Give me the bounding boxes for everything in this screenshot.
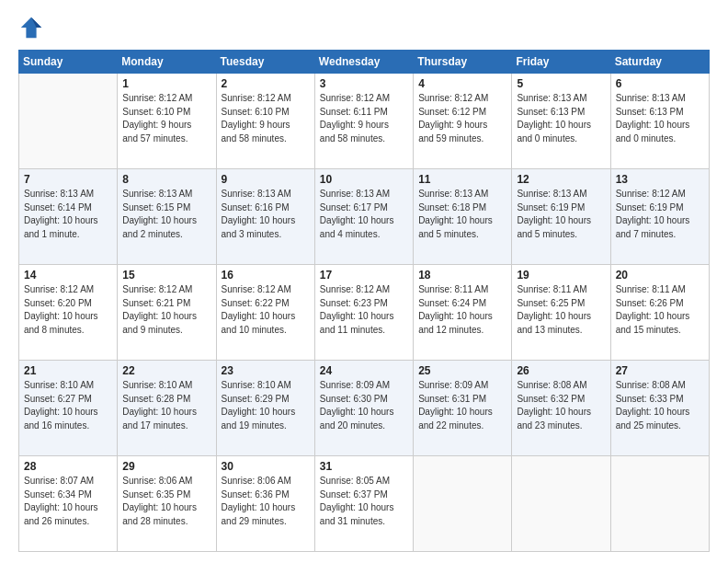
day-info: Sunrise: 8:12 AM Sunset: 6:12 PM Dayligh… xyxy=(418,92,506,145)
day-cell: 1Sunrise: 8:12 AM Sunset: 6:10 PM Daylig… xyxy=(118,74,216,169)
day-info: Sunrise: 8:12 AM Sunset: 6:19 PM Dayligh… xyxy=(616,188,704,241)
day-number: 23 xyxy=(222,364,310,377)
weekday-header-thursday: Thursday xyxy=(414,51,512,74)
day-info: Sunrise: 8:12 AM Sunset: 6:10 PM Dayligh… xyxy=(122,92,210,145)
day-cell xyxy=(610,456,709,552)
day-number: 1 xyxy=(122,77,210,90)
day-info: Sunrise: 8:06 AM Sunset: 6:35 PM Dayligh… xyxy=(122,475,210,528)
day-info: Sunrise: 8:13 AM Sunset: 6:13 PM Dayligh… xyxy=(517,92,605,145)
day-cell: 23Sunrise: 8:10 AM Sunset: 6:29 PM Dayli… xyxy=(216,361,314,456)
day-cell: 12Sunrise: 8:13 AM Sunset: 6:19 PM Dayli… xyxy=(512,169,610,265)
day-info: Sunrise: 8:13 AM Sunset: 6:18 PM Dayligh… xyxy=(418,188,506,241)
day-number: 5 xyxy=(517,77,605,90)
day-cell: 21Sunrise: 8:10 AM Sunset: 6:27 PM Dayli… xyxy=(19,361,118,456)
day-number: 20 xyxy=(616,269,704,282)
day-info: Sunrise: 8:09 AM Sunset: 6:30 PM Dayligh… xyxy=(320,379,408,432)
day-number: 26 xyxy=(517,364,605,377)
day-number: 27 xyxy=(616,364,704,377)
week-row-4: 21Sunrise: 8:10 AM Sunset: 6:27 PM Dayli… xyxy=(19,361,710,456)
day-number: 29 xyxy=(122,460,210,473)
day-cell: 19Sunrise: 8:11 AM Sunset: 6:25 PM Dayli… xyxy=(512,265,610,361)
day-number: 31 xyxy=(320,460,408,473)
day-info: Sunrise: 8:07 AM Sunset: 6:34 PM Dayligh… xyxy=(24,475,112,528)
weekday-header-monday: Monday xyxy=(118,51,216,74)
day-cell: 18Sunrise: 8:11 AM Sunset: 6:24 PM Dayli… xyxy=(414,265,512,361)
week-row-1: 1Sunrise: 8:12 AM Sunset: 6:10 PM Daylig… xyxy=(19,74,710,169)
week-row-5: 28Sunrise: 8:07 AM Sunset: 6:34 PM Dayli… xyxy=(19,456,710,552)
day-number: 21 xyxy=(24,364,112,377)
day-cell xyxy=(19,74,118,169)
day-number: 10 xyxy=(320,173,408,186)
day-cell: 5Sunrise: 8:13 AM Sunset: 6:13 PM Daylig… xyxy=(512,74,610,169)
day-cell: 8Sunrise: 8:13 AM Sunset: 6:15 PM Daylig… xyxy=(118,169,216,265)
day-info: Sunrise: 8:09 AM Sunset: 6:31 PM Dayligh… xyxy=(418,379,506,432)
week-row-3: 14Sunrise: 8:12 AM Sunset: 6:20 PM Dayli… xyxy=(19,265,710,361)
day-number: 2 xyxy=(222,77,310,90)
day-cell: 3Sunrise: 8:12 AM Sunset: 6:11 PM Daylig… xyxy=(314,74,413,169)
day-number: 25 xyxy=(418,364,506,377)
day-number: 18 xyxy=(418,269,506,282)
calendar-page: SundayMondayTuesdayWednesdayThursdayFrid… xyxy=(0,0,728,563)
header xyxy=(18,15,710,40)
day-cell: 6Sunrise: 8:13 AM Sunset: 6:13 PM Daylig… xyxy=(610,74,709,169)
day-info: Sunrise: 8:13 AM Sunset: 6:15 PM Dayligh… xyxy=(122,188,210,241)
day-info: Sunrise: 8:11 AM Sunset: 6:26 PM Dayligh… xyxy=(616,283,704,337)
day-number: 17 xyxy=(320,269,408,282)
day-info: Sunrise: 8:10 AM Sunset: 6:29 PM Dayligh… xyxy=(222,379,310,432)
day-number: 7 xyxy=(24,173,112,186)
day-number: 9 xyxy=(222,173,310,186)
day-cell: 27Sunrise: 8:08 AM Sunset: 6:33 PM Dayli… xyxy=(610,361,709,456)
logo-icon xyxy=(18,15,44,40)
day-info: Sunrise: 8:12 AM Sunset: 6:21 PM Dayligh… xyxy=(122,283,210,337)
weekday-header-sunday: Sunday xyxy=(19,51,118,74)
day-number: 30 xyxy=(222,460,310,473)
day-info: Sunrise: 8:13 AM Sunset: 6:16 PM Dayligh… xyxy=(222,188,310,241)
day-info: Sunrise: 8:13 AM Sunset: 6:19 PM Dayligh… xyxy=(517,188,605,241)
weekday-header-row: SundayMondayTuesdayWednesdayThursdayFrid… xyxy=(19,51,710,74)
day-cell xyxy=(414,456,512,552)
day-cell: 11Sunrise: 8:13 AM Sunset: 6:18 PM Dayli… xyxy=(414,169,512,265)
day-info: Sunrise: 8:11 AM Sunset: 6:24 PM Dayligh… xyxy=(418,283,506,337)
day-info: Sunrise: 8:08 AM Sunset: 6:33 PM Dayligh… xyxy=(616,379,704,432)
day-info: Sunrise: 8:12 AM Sunset: 6:23 PM Dayligh… xyxy=(320,283,408,337)
logo xyxy=(18,15,48,40)
day-number: 14 xyxy=(24,269,112,282)
day-number: 4 xyxy=(418,77,506,90)
day-cell: 25Sunrise: 8:09 AM Sunset: 6:31 PM Dayli… xyxy=(414,361,512,456)
weekday-header-wednesday: Wednesday xyxy=(314,51,413,74)
day-cell: 7Sunrise: 8:13 AM Sunset: 6:14 PM Daylig… xyxy=(19,169,118,265)
day-cell: 15Sunrise: 8:12 AM Sunset: 6:21 PM Dayli… xyxy=(118,265,216,361)
weekday-header-friday: Friday xyxy=(512,51,610,74)
day-info: Sunrise: 8:08 AM Sunset: 6:32 PM Dayligh… xyxy=(517,379,605,432)
weekday-header-saturday: Saturday xyxy=(610,51,709,74)
day-cell: 28Sunrise: 8:07 AM Sunset: 6:34 PM Dayli… xyxy=(19,456,118,552)
day-cell: 16Sunrise: 8:12 AM Sunset: 6:22 PM Dayli… xyxy=(216,265,314,361)
day-number: 12 xyxy=(517,173,605,186)
day-info: Sunrise: 8:13 AM Sunset: 6:17 PM Dayligh… xyxy=(320,188,408,241)
day-info: Sunrise: 8:05 AM Sunset: 6:37 PM Dayligh… xyxy=(320,475,408,528)
day-cell: 31Sunrise: 8:05 AM Sunset: 6:37 PM Dayli… xyxy=(314,456,413,552)
day-cell: 4Sunrise: 8:12 AM Sunset: 6:12 PM Daylig… xyxy=(414,74,512,169)
day-number: 19 xyxy=(517,269,605,282)
day-info: Sunrise: 8:12 AM Sunset: 6:10 PM Dayligh… xyxy=(222,92,310,145)
day-info: Sunrise: 8:06 AM Sunset: 6:36 PM Dayligh… xyxy=(222,475,310,528)
day-info: Sunrise: 8:13 AM Sunset: 6:13 PM Dayligh… xyxy=(616,92,704,145)
day-cell xyxy=(512,456,610,552)
day-cell: 13Sunrise: 8:12 AM Sunset: 6:19 PM Dayli… xyxy=(610,169,709,265)
day-info: Sunrise: 8:10 AM Sunset: 6:28 PM Dayligh… xyxy=(122,379,210,432)
day-info: Sunrise: 8:10 AM Sunset: 6:27 PM Dayligh… xyxy=(24,379,112,432)
day-cell: 9Sunrise: 8:13 AM Sunset: 6:16 PM Daylig… xyxy=(216,169,314,265)
day-cell: 20Sunrise: 8:11 AM Sunset: 6:26 PM Dayli… xyxy=(610,265,709,361)
day-number: 22 xyxy=(122,364,210,377)
day-cell: 10Sunrise: 8:13 AM Sunset: 6:17 PM Dayli… xyxy=(314,169,413,265)
day-info: Sunrise: 8:11 AM Sunset: 6:25 PM Dayligh… xyxy=(517,283,605,337)
day-number: 11 xyxy=(418,173,506,186)
day-info: Sunrise: 8:12 AM Sunset: 6:22 PM Dayligh… xyxy=(222,283,310,337)
day-number: 15 xyxy=(122,269,210,282)
day-cell: 26Sunrise: 8:08 AM Sunset: 6:32 PM Dayli… xyxy=(512,361,610,456)
day-cell: 30Sunrise: 8:06 AM Sunset: 6:36 PM Dayli… xyxy=(216,456,314,552)
week-row-2: 7Sunrise: 8:13 AM Sunset: 6:14 PM Daylig… xyxy=(19,169,710,265)
day-cell: 2Sunrise: 8:12 AM Sunset: 6:10 PM Daylig… xyxy=(216,74,314,169)
day-number: 8 xyxy=(122,173,210,186)
day-number: 24 xyxy=(320,364,408,377)
